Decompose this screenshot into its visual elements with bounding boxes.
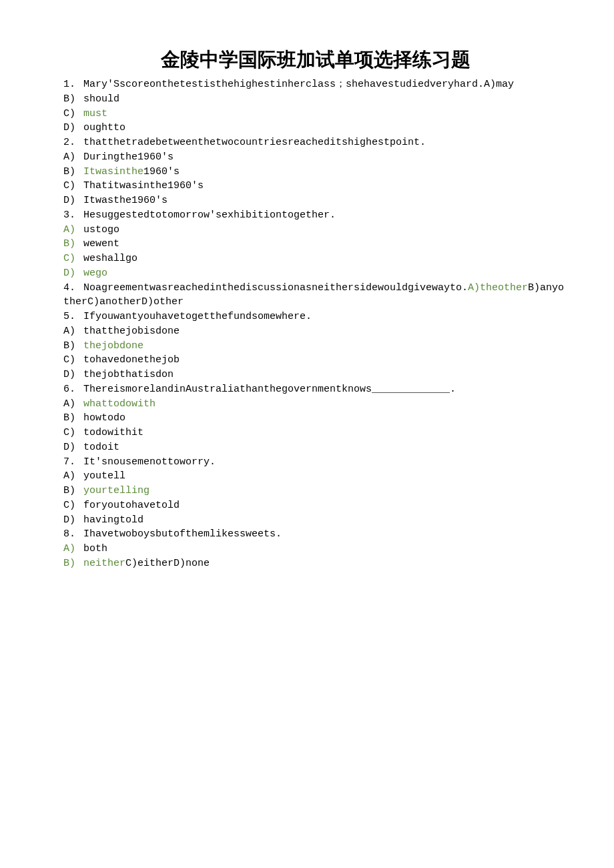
q2b-text1: Itwasinthe (83, 166, 143, 177)
q2a-text: Duringthe1960's (83, 150, 567, 165)
q4-line2: therC)anotherD)other (63, 295, 567, 310)
q6d-label: D) (63, 440, 83, 455)
q7b-label: B) (63, 484, 83, 498)
q8-opt-a: A) both (63, 542, 567, 556)
q2c-label: C) (63, 179, 83, 193)
q7c-text: foryoutohavetold (83, 498, 567, 513)
q1-opt-d: D) oughtto (63, 121, 567, 135)
q3c-label: C) (63, 252, 83, 266)
q7-opt-c: C) foryoutohavetold (63, 498, 567, 513)
q5c-label: C) (63, 353, 83, 368)
q6-opt-c: C) todowithit (63, 426, 567, 440)
q7c-label: C) (63, 498, 83, 513)
q5d-text: thejobthatisdon (83, 368, 567, 382)
q5a-text: thatthejobisdone (83, 324, 567, 339)
q4-text3: B)anyo (528, 282, 564, 294)
q7-text: It'snousemenottoworry. (83, 455, 567, 470)
q5d-label: D) (63, 368, 83, 382)
q2b-text2: 1960's (143, 166, 180, 177)
q5-opt-a: A) thatthejobisdone (63, 324, 567, 339)
q3b-label: B) (63, 237, 83, 252)
q2-opt-a: A) Duringthe1960's (63, 150, 567, 165)
q3c-text: weshallgo (83, 252, 567, 266)
q2d-text: Itwasthe1960's (83, 193, 567, 208)
page-title: 金陵中学国际班加试单项选择练习题 (63, 47, 567, 73)
q8: 8. Ihavetwoboysbutofthemlikessweets. (63, 527, 567, 542)
q2b-text: Itwasinthe1960's (83, 165, 567, 179)
q3: 3. Hesuggestedtotomorrow'sexhibitiontoge… (63, 208, 567, 223)
q3-opt-a: A) ustogo (63, 223, 567, 238)
q2b-label: B) (63, 165, 83, 179)
q3-label: 3. (63, 208, 83, 223)
q6-opt-b: B) howtodo (63, 411, 567, 426)
q8-opt-b: B) neitherC)eitherD)none (63, 556, 567, 571)
q3-opt-d: D) wego (63, 266, 567, 281)
q7a-label: A) (63, 469, 83, 484)
q7: 7. It'snousemenottoworry. (63, 455, 567, 470)
q6b-label: B) (63, 411, 83, 426)
q6d-text: todoit (83, 440, 567, 455)
q4-label: 4. (63, 281, 83, 296)
q8b-text2: C)eitherD)none (125, 558, 210, 569)
q2-text: thatthetradebetweenthetwocountriesreache… (83, 135, 567, 150)
q3a-label: A) (63, 223, 83, 238)
q7-opt-b: B) yourtelling (63, 484, 567, 498)
q5-opt-c: C) tohavedonethejob (63, 353, 567, 368)
q6b-text: howtodo (83, 411, 567, 426)
q2-opt-c: C) Thatitwasinthe1960's (63, 179, 567, 193)
q2d-label: D) (63, 193, 83, 208)
q5a-label: A) (63, 324, 83, 339)
q2: 2. thatthetradebetweenthetwocountriesrea… (63, 135, 567, 150)
q8a-label: A) (63, 542, 83, 556)
q7-opt-a: A) youtell (63, 469, 567, 484)
q3-text: Hesuggestedtotomorrow'sexhibitiontogethe… (83, 208, 567, 223)
q1-text: Mary'Sscoreonthetestisthehighestinhercla… (83, 77, 567, 92)
q3d-text: wego (83, 266, 567, 281)
q1c-text: must (83, 107, 567, 121)
q5-label: 5. (63, 310, 83, 324)
q2-label: 2. (63, 135, 83, 150)
q1d-text: oughtto (83, 121, 567, 135)
q7d-label: D) (63, 513, 83, 528)
q6: 6. ThereismorelandinAustraliathanthegove… (63, 382, 567, 397)
q8b-text: neitherC)eitherD)none (83, 556, 567, 571)
q5-opt-d: D) thejobthatisdon (63, 368, 567, 382)
q2c-text: Thatitwasinthe1960's (83, 179, 567, 193)
q1b-text: should (83, 92, 567, 107)
q6-text: ThereismorelandinAustraliathanthegovernm… (83, 382, 567, 397)
q8a-text: both (83, 542, 567, 556)
q3-opt-b: B) wewent (63, 237, 567, 252)
q8b-text1: neither (83, 558, 125, 569)
q7d-text: havingtold (83, 513, 567, 528)
q3d-label: D) (63, 266, 83, 281)
q8b-label: B) (63, 556, 83, 571)
q1b-label: B) (63, 92, 83, 107)
q6-opt-d: D) todoit (63, 440, 567, 455)
q6a-label: A) (63, 397, 83, 412)
q1d-label: D) (63, 121, 83, 135)
q5-opt-b: B) thejobdone (63, 339, 567, 354)
q4-text2: A)theother (468, 282, 528, 294)
q5: 5. Ifyouwantyouhavetogetthefundsomewhere… (63, 310, 567, 324)
q7-opt-d: D) havingtold (63, 513, 567, 528)
q7-label: 7. (63, 455, 83, 470)
q8-text: Ihavetwoboysbutofthemlikessweets. (83, 527, 567, 542)
q1-opt-b: B) should (63, 92, 567, 107)
q4-text1: Noagreementwasreachedinthediscussionasne… (83, 282, 468, 294)
q2-opt-d: D) Itwasthe1960's (63, 193, 567, 208)
q7b-text: yourtelling (83, 484, 567, 498)
q4-text: Noagreementwasreachedinthediscussionasne… (83, 281, 567, 296)
q5b-label: B) (63, 339, 83, 354)
q2a-label: A) (63, 150, 83, 165)
q5-text: Ifyouwantyouhavetogetthefundsomewhere. (83, 310, 567, 324)
q6a-text: whattodowith (83, 397, 567, 412)
q6c-label: C) (63, 426, 83, 440)
q7a-text: youtell (83, 469, 567, 484)
q3a-text: ustogo (83, 223, 567, 238)
q4: 4. Noagreementwasreachedinthediscussiona… (63, 281, 567, 296)
q6c-text: todowithit (83, 426, 567, 440)
q2-opt-b: B) Itwasinthe1960's (63, 165, 567, 179)
q5b-text: thejobdone (83, 339, 567, 354)
q3b-text: wewent (83, 237, 567, 252)
q1: 1. Mary'Sscoreonthetestisthehighestinher… (63, 77, 567, 92)
